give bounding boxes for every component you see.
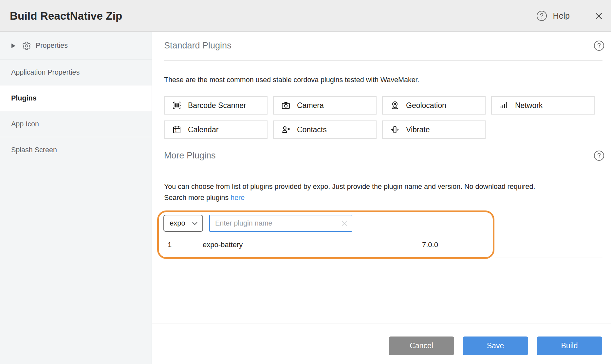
search-more-plugins-link[interactable]: here	[231, 194, 245, 202]
dialog-header: Build ReactNative Zip Help	[0, 0, 611, 32]
network-icon	[498, 100, 509, 111]
help-label[interactable]: Help	[553, 11, 570, 21]
geolocation-icon	[389, 100, 400, 111]
search-more-plugins-text: Search more plugins	[164, 194, 229, 202]
sidebar-item-splash-screen[interactable]: Splash Screen	[0, 137, 152, 163]
plugin-tile-label: Calendar	[188, 125, 218, 134]
calendar-icon: 1	[171, 124, 182, 135]
build-button[interactable]: Build	[537, 337, 602, 355]
plugin-tile-contacts[interactable]: Contacts	[273, 120, 377, 139]
vibrate-icon	[389, 124, 400, 135]
sidebar-item-label: Plugins	[11, 94, 37, 102]
sidebar-item-label: Properties	[36, 42, 68, 50]
provider-select[interactable]: expo	[163, 215, 203, 232]
more-plugins-header: More Plugins	[164, 150, 604, 161]
plugin-tile-label: Network	[515, 101, 543, 110]
more-plugins-title: More Plugins	[164, 151, 216, 161]
plugin-tile-label: Camera	[297, 101, 324, 110]
plugin-tile-vibrate[interactable]: Vibrate	[382, 120, 486, 139]
plugin-row-version: 7.0.0	[422, 241, 438, 249]
standard-plugins-header: Standard Plugins	[164, 40, 604, 51]
plugin-name-input-wrap	[209, 215, 352, 232]
sidebar-item-plugins[interactable]: Plugins	[0, 85, 152, 111]
more-plugins-description: You can choose from list of plugins prov…	[164, 181, 596, 203]
plugin-row-index: 1	[168, 241, 172, 249]
plugin-tile-label: Vibrate	[406, 125, 430, 134]
help-circle-icon[interactable]	[594, 40, 604, 51]
plugin-name-input[interactable]	[209, 215, 352, 232]
svg-text:1: 1	[175, 129, 177, 133]
plugin-row-divider	[494, 258, 602, 258]
sidebar-item-properties[interactable]: Properties	[0, 32, 152, 60]
sidebar-item-label: Application Properties	[11, 68, 80, 77]
contacts-icon	[280, 124, 291, 135]
standard-plugins-description: These are the most common used stable co…	[164, 74, 419, 85]
sidebar: Properties Application Properties Plugin…	[0, 32, 152, 364]
plugin-row-name: expo-battery	[203, 241, 243, 249]
plugin-tile-calendar[interactable]: 1 Calendar	[164, 120, 268, 139]
plugin-tile-label: Contacts	[297, 125, 327, 134]
more-plugins-description-text: You can choose from list of plugins prov…	[164, 183, 535, 191]
close-button[interactable]	[593, 10, 604, 22]
divider	[164, 60, 602, 61]
sidebar-item-label: Splash Screen	[11, 146, 57, 154]
chevron-down-icon	[192, 222, 198, 225]
standard-plugins-title: Standard Plugins	[164, 41, 231, 51]
save-button[interactable]: Save	[463, 337, 528, 355]
plugin-tile-label: Barcode Scanner	[188, 101, 246, 110]
plugin-tile-geolocation[interactable]: Geolocation	[382, 96, 486, 115]
help-circle-icon[interactable]	[594, 150, 604, 161]
help-button[interactable]: Help	[536, 10, 570, 21]
header-actions: Help	[536, 0, 604, 32]
main-panel: Standard Plugins These are the most comm…	[152, 32, 611, 364]
plugin-tile-camera[interactable]: Camera	[273, 96, 377, 115]
sidebar-item-label: App Icon	[11, 120, 39, 128]
plugin-row: 1 expo-battery 7.0.0	[152, 241, 494, 252]
build-reactnative-zip-dialog: Build ReactNative Zip Help	[0, 0, 611, 364]
plugin-tile-label: Geolocation	[406, 101, 446, 110]
standard-plugins-grid: Barcode Scanner Camera	[164, 96, 595, 139]
close-icon	[594, 11, 603, 21]
gear-icon	[22, 41, 31, 50]
sidebar-item-app-icon[interactable]: App Icon	[0, 111, 152, 137]
help-circle-icon	[536, 10, 547, 21]
footer-divider	[152, 323, 611, 323]
divider	[164, 168, 602, 168]
plugin-tile-barcode-scanner[interactable]: Barcode Scanner	[164, 96, 268, 115]
barcode-icon	[171, 100, 182, 111]
clear-x-icon[interactable]	[341, 219, 348, 227]
plugin-tile-network[interactable]: Network	[491, 96, 595, 115]
expander-triangle-icon[interactable]	[11, 43, 16, 48]
sidebar-item-application-properties[interactable]: Application Properties	[0, 60, 152, 85]
camera-icon	[280, 100, 291, 111]
cancel-button[interactable]: Cancel	[389, 337, 454, 355]
provider-select-value: expo	[170, 219, 192, 228]
dialog-title: Build ReactNative Zip	[10, 0, 122, 32]
